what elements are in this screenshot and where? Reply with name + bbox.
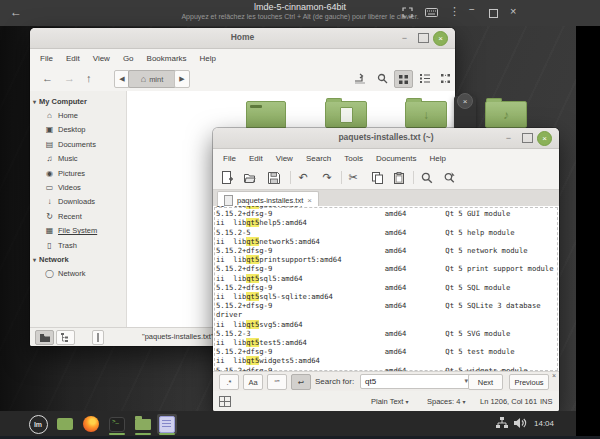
text-editor-titlebar[interactable]: paquets-installes.txt (~) − × xyxy=(213,128,559,149)
network-tray-icon[interactable] xyxy=(496,417,508,429)
menu-view[interactable]: View xyxy=(276,154,293,163)
places-toggle-button[interactable] xyxy=(35,330,54,345)
list-view-button[interactable] xyxy=(416,70,433,86)
redo-icon[interactable]: ↷ xyxy=(319,170,335,185)
search-input[interactable]: qt5 ▾ xyxy=(360,374,472,389)
open-icon[interactable] xyxy=(242,170,258,185)
new-document-icon[interactable] xyxy=(219,170,235,185)
language-selector[interactable]: Plain Text ▾ xyxy=(371,397,409,406)
menu-view[interactable]: View xyxy=(93,54,110,63)
folder-icon xyxy=(135,419,151,430)
text-line: 5.15.2+dfsg-9 amd64 Qt 5 network module xyxy=(216,246,554,255)
menu-search[interactable]: Search xyxy=(306,154,331,163)
menu-edit[interactable]: Edit xyxy=(66,54,80,63)
sidebar-item-music[interactable]: ♫Music xyxy=(30,152,126,166)
path-segment-button[interactable]: ⌂ mint xyxy=(128,70,176,88)
next-button[interactable]: Next xyxy=(468,374,503,390)
sidebar-item-label: Music xyxy=(58,154,78,163)
sidebar-item-desktop[interactable]: ▣Desktop xyxy=(30,123,126,137)
bottom-panel-toggle-icon[interactable] xyxy=(219,396,231,407)
terminal-window-button[interactable]: >_ xyxy=(107,414,127,434)
minimize-button[interactable]: − xyxy=(502,131,515,144)
treeview-toggle-button[interactable] xyxy=(56,330,75,345)
sidebar-item-trash[interactable]: ▯Trash xyxy=(30,238,126,252)
previous-button[interactable]: Previous xyxy=(509,374,549,390)
firefox-launcher[interactable] xyxy=(81,414,101,434)
clock[interactable]: 14:04 xyxy=(534,419,554,428)
volume-tray-icon[interactable] xyxy=(514,417,527,429)
text-area[interactable]: ii libqt5gui5:amd645.15.2+dfsg-9 amd64 Q… xyxy=(213,206,559,372)
maximize-button[interactable] xyxy=(522,133,533,143)
up-icon[interactable]: ↑ xyxy=(86,72,92,84)
cut-icon[interactable]: ✂ xyxy=(345,170,361,185)
paste-icon[interactable] xyxy=(391,170,407,185)
documents-icon: ▤ xyxy=(44,140,55,149)
minimize-button[interactable]: − xyxy=(398,31,411,44)
close-button[interactable]: × xyxy=(433,31,448,46)
tab-close-icon[interactable]: × xyxy=(307,196,312,205)
compact-view-button[interactable] xyxy=(437,70,454,86)
menu-bookmarks[interactable]: Bookmarks xyxy=(147,54,187,63)
regex-toggle-button[interactable]: .* xyxy=(219,374,239,390)
save-icon[interactable] xyxy=(266,170,282,185)
vm-minimize-button[interactable]: − xyxy=(469,4,475,16)
search-match-highlight: qt5 xyxy=(246,274,259,283)
trash-icon: ▯ xyxy=(44,241,55,250)
menu-help[interactable]: Help xyxy=(200,54,216,63)
forward-icon[interactable]: → xyxy=(64,72,75,84)
sidebar-item-recent[interactable]: ↻Recent xyxy=(30,209,126,223)
menu-file[interactable]: File xyxy=(223,154,236,163)
menu-file[interactable]: File xyxy=(40,54,53,63)
text-line: ii libqt5network5:amd64 xyxy=(216,237,554,246)
search-match-highlight: qt5 xyxy=(246,255,259,264)
file-manager-menubar: FileEditViewGoBookmarksHelp xyxy=(30,49,455,67)
fullscreen-icon[interactable] xyxy=(402,7,413,18)
vm-close-button[interactable]: × xyxy=(510,5,516,17)
sidebar-item-network[interactable]: ▾Network xyxy=(30,252,126,266)
menu-help[interactable]: Help xyxy=(429,154,445,163)
zoom-slider[interactable] xyxy=(92,330,104,345)
desktop-folder-icon xyxy=(246,101,286,129)
files-window-button[interactable] xyxy=(133,414,153,434)
text-line: 5.15.2+dfsg-9 amd64 Qt 5 print support m… xyxy=(216,264,554,273)
path-scroll-right-button[interactable]: ▶ xyxy=(174,70,190,88)
sidebar-item-downloads[interactable]: ↓Downloads xyxy=(30,195,126,209)
close-button[interactable]: × xyxy=(537,131,552,146)
text-editor-window-button[interactable] xyxy=(157,414,177,434)
copy-icon[interactable] xyxy=(369,170,385,185)
wrap-around-toggle-button[interactable]: ↩ xyxy=(291,374,311,390)
match-case-toggle-button[interactable]: Aa xyxy=(243,374,263,390)
whole-word-toggle-button[interactable]: “” xyxy=(267,374,287,390)
vm-maximize-button[interactable] xyxy=(489,9,498,18)
find-replace-icon[interactable] xyxy=(442,170,458,185)
show-desktop-button[interactable] xyxy=(55,414,75,434)
menu-documents[interactable]: Documents xyxy=(376,154,416,163)
search-icon[interactable] xyxy=(374,71,390,86)
sidebar-item-videos[interactable]: ▭Videos xyxy=(30,180,126,194)
sidebar-item-pictures[interactable]: ◉Pictures xyxy=(30,166,126,180)
sidebar-item-file-system[interactable]: ▦File System xyxy=(30,224,126,238)
location-entry-icon[interactable] xyxy=(352,71,368,86)
grid-view-button[interactable] xyxy=(394,70,413,88)
file-manager-titlebar[interactable]: Home − × xyxy=(30,28,455,49)
sidebar-item-home[interactable]: ⌂Home xyxy=(30,108,126,122)
menu-edit[interactable]: Edit xyxy=(249,154,263,163)
find-icon[interactable] xyxy=(419,170,435,185)
menu-tools[interactable]: Tools xyxy=(344,154,363,163)
maximize-button[interactable] xyxy=(418,33,429,43)
back-icon[interactable]: ← xyxy=(42,72,53,84)
text-line: 5.15.2+dfsg-9 amd64 Qt 5 SQLite 3 databa… xyxy=(216,301,554,310)
sidebar-item-documents[interactable]: ▤Documents xyxy=(30,137,126,151)
menu-dots-icon[interactable]: ⋮ xyxy=(449,5,460,17)
sidebar-item-my-computer[interactable]: ▾My Computer xyxy=(30,94,126,108)
text-line: ii libqt5help5:amd64 xyxy=(216,218,554,227)
tab-width-selector[interactable]: Spaces: 4 ▾ xyxy=(427,397,465,406)
notification-close-icon[interactable]: × xyxy=(457,93,473,109)
sidebar-item-network[interactable]: ◯Network xyxy=(30,267,126,281)
undo-icon[interactable]: ↶ xyxy=(295,170,311,185)
keyboard-icon[interactable] xyxy=(425,8,438,17)
mint-menu-button[interactable]: lm xyxy=(28,414,48,434)
menu-go[interactable]: Go xyxy=(123,54,134,63)
search-close-icon[interactable]: × xyxy=(552,372,556,379)
sidebar-item-label: Desktop xyxy=(58,125,86,134)
